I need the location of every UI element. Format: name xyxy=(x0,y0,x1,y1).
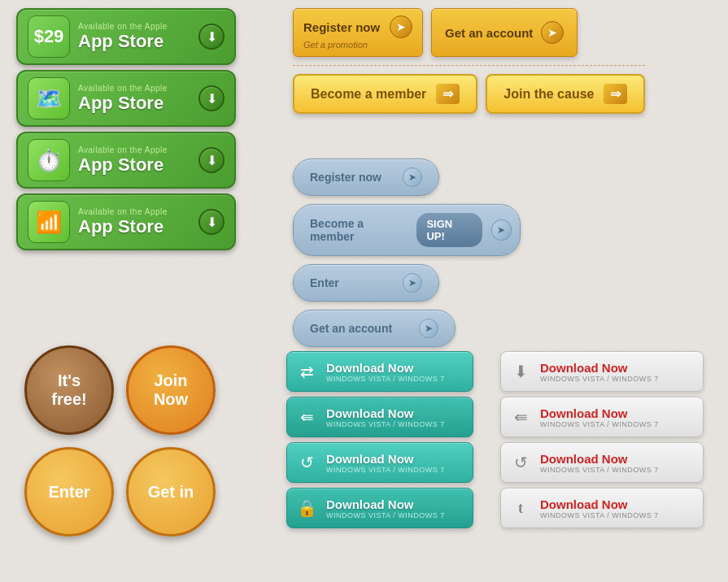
blue-enter-arrow: ➤ xyxy=(403,273,422,293)
appstore-available-2: Available on the Apple xyxy=(78,84,198,93)
blue-register-button[interactable]: Register now ➤ xyxy=(293,159,439,196)
appstore-btn-3[interactable]: ⏱️ Available on the Apple App Store ⬇ xyxy=(16,132,236,189)
become-member-label: Become a member xyxy=(311,87,426,102)
gray-btn-3[interactable]: ↺ Download Now WINDOWS VISTA / WINDOWS 7 xyxy=(500,442,704,483)
signup-badge: SIGN UP! xyxy=(416,213,482,247)
appstore-available-4: Available on the Apple xyxy=(78,207,198,216)
blue-enter-label: Enter xyxy=(310,276,395,289)
teal-btn-2[interactable]: ⇚ Download Now WINDOWS VISTA / WINDOWS 7 xyxy=(286,397,473,437)
yellow-row-2: Become a member ⇒ Join the cause ⇒ xyxy=(293,74,645,114)
gray-text-4: Download Now WINDOWS VISTA / WINDOWS 7 xyxy=(540,497,659,519)
appstore-available-3: Available on the Apple xyxy=(78,146,198,154)
teal-main-4: Download Now xyxy=(326,497,445,511)
circle-join-button[interactable]: JoinNow xyxy=(126,345,216,435)
teal-btn-4[interactable]: 🔒 Download Now WINDOWS VISTA / WINDOWS 7 xyxy=(286,488,473,528)
teal-btn-1[interactable]: ⇄ Download Now WINDOWS VISTA / WINDOWS 7 xyxy=(286,351,473,392)
gray-btn-4[interactable]: t Download Now WINDOWS VISTA / WINDOWS 7 xyxy=(500,488,704,528)
circle-join-text: JoinNow xyxy=(154,371,188,409)
gray-text-2: Download Now WINDOWS VISTA / WINDOWS 7 xyxy=(540,406,659,428)
appstore-btn-2[interactable]: 🗺️ Available on the Apple App Store ⬇ xyxy=(16,70,236,127)
appstore-storename-2: App Store xyxy=(78,93,198,114)
teal-main-1: Download Now xyxy=(326,361,445,375)
gray-text-3: Download Now WINDOWS VISTA / WINDOWS 7 xyxy=(540,452,659,474)
separator xyxy=(293,65,645,66)
teal-section: ⇄ Download Now WINDOWS VISTA / WINDOWS 7… xyxy=(286,351,473,528)
get-account-text: Get an account xyxy=(445,26,533,40)
gray-main-1: Download Now xyxy=(540,361,659,375)
blue-enter-button[interactable]: Enter ➤ xyxy=(293,264,439,302)
teal-main-3: Download Now xyxy=(326,452,445,466)
teal-icon-3: ↺ xyxy=(297,453,316,472)
join-cause-arrow: ⇒ xyxy=(604,84,627,104)
blue-member-button[interactable]: Become a member SIGN UP! ➤ xyxy=(293,204,521,256)
join-cause-label: Join the cause xyxy=(503,87,594,102)
blue-member-label: Become a member xyxy=(302,217,416,243)
get-account-arrow: ➤ xyxy=(541,21,564,44)
gray-sub-1: WINDOWS VISTA / WINDOWS 7 xyxy=(540,375,659,383)
yellow-row-1: Register now ➤ Get a promotion Get an ac… xyxy=(293,8,645,57)
appstore-download-1: ⬇ xyxy=(198,24,225,50)
teal-sub-3: WINDOWS VISTA / WINDOWS 7 xyxy=(326,466,445,474)
circle-enter-button[interactable]: Enter xyxy=(24,447,114,536)
appstore-text-2: Available on the Apple App Store xyxy=(78,84,198,114)
blue-member-arrow: ➤ xyxy=(491,219,512,241)
gray-btn-2[interactable]: ⇚ Download Now WINDOWS VISTA / WINDOWS 7 xyxy=(500,397,704,437)
register-now-main: Register now xyxy=(303,20,383,34)
appstore-icon-4: 📶 xyxy=(28,201,70,243)
gray-main-2: Download Now xyxy=(540,406,659,420)
teal-text-2: Download Now WINDOWS VISTA / WINDOWS 7 xyxy=(326,406,445,428)
teal-icon-2: ⇚ xyxy=(297,407,316,427)
gray-sub-4: WINDOWS VISTA / WINDOWS 7 xyxy=(540,511,659,519)
gray-sub-3: WINDOWS VISTA / WINDOWS 7 xyxy=(540,466,659,474)
teal-sub-1: WINDOWS VISTA / WINDOWS 7 xyxy=(326,375,445,383)
register-now-button[interactable]: Register now ➤ Get a promotion xyxy=(293,8,423,57)
circle-free-inner: It'sfree! xyxy=(51,371,86,409)
appstore-download-4: ⬇ xyxy=(198,209,225,235)
blue-getaccount-button[interactable]: Get an account ➤ xyxy=(293,310,456,347)
appstore-storename-4: App Store xyxy=(78,216,198,237)
teal-icon-1: ⇄ xyxy=(297,362,316,381)
gray-btn-1[interactable]: ⬇ Download Now WINDOWS VISTA / WINDOWS 7 xyxy=(500,351,704,392)
yellow-buttons-section: Register now ➤ Get a promotion Get an ac… xyxy=(293,8,645,122)
gray-sub-2: WINDOWS VISTA / WINDOWS 7 xyxy=(540,420,659,428)
become-member-button[interactable]: Become a member ⇒ xyxy=(293,74,477,114)
gray-main-3: Download Now xyxy=(540,452,659,466)
circle-getin-text: Get in xyxy=(148,483,194,502)
appstore-download-3: ⬇ xyxy=(198,147,225,173)
circle-enter-text: Enter xyxy=(48,483,89,502)
appstore-available-1: Available on the Apple xyxy=(78,22,198,31)
teal-text-4: Download Now WINDOWS VISTA / WINDOWS 7 xyxy=(326,497,445,519)
appstore-icon-2: 🗺️ xyxy=(28,77,70,119)
blue-pill-section: Register now ➤ Become a member SIGN UP! … xyxy=(293,159,521,347)
appstore-text-3: Available on the Apple App Store xyxy=(78,146,198,176)
gray-section: ⬇ Download Now WINDOWS VISTA / WINDOWS 7… xyxy=(500,351,704,528)
circle-free-text: It'sfree! xyxy=(51,371,86,409)
teal-btn-3[interactable]: ↺ Download Now WINDOWS VISTA / WINDOWS 7 xyxy=(286,442,473,483)
become-member-arrow: ⇒ xyxy=(436,84,460,104)
circle-join-inner: JoinNow xyxy=(154,371,188,409)
circle-getin-inner: Get in xyxy=(148,483,194,502)
blue-register-label: Register now xyxy=(310,171,395,184)
appstore-icon-1: $29 xyxy=(28,15,70,58)
gray-icon-4: t xyxy=(511,500,530,517)
circle-getin-button[interactable]: Get in xyxy=(126,447,216,536)
register-now-arrow: ➤ xyxy=(390,15,412,38)
teal-text-1: Download Now WINDOWS VISTA / WINDOWS 7 xyxy=(326,361,445,383)
join-cause-button[interactable]: Join the cause ⇒ xyxy=(486,74,645,114)
appstore-storename-1: App Store xyxy=(78,31,198,52)
teal-sub-4: WINDOWS VISTA / WINDOWS 7 xyxy=(326,511,445,519)
teal-icon-4: 🔒 xyxy=(297,498,316,518)
appstore-btn-4[interactable]: 📶 Available on the Apple App Store ⬇ xyxy=(16,193,236,250)
appstore-icon-3: ⏱️ xyxy=(28,139,70,181)
circle-section: It'sfree! JoinNow Enter Get in xyxy=(24,345,260,536)
circle-free-button[interactable]: It'sfree! xyxy=(24,345,114,435)
appstore-btn-1[interactable]: $29 Available on the Apple App Store ⬇ xyxy=(16,8,236,65)
teal-main-2: Download Now xyxy=(326,406,445,420)
gray-main-4: Download Now xyxy=(540,497,659,511)
gray-text-1: Download Now WINDOWS VISTA / WINDOWS 7 xyxy=(540,361,659,383)
appstore-download-2: ⬇ xyxy=(198,85,225,111)
appstore-text-1: Available on the Apple App Store xyxy=(78,22,198,52)
blue-getaccount-arrow: ➤ xyxy=(419,319,438,338)
get-account-button[interactable]: Get an account ➤ xyxy=(431,8,578,57)
gray-icon-3: ↺ xyxy=(511,453,530,472)
